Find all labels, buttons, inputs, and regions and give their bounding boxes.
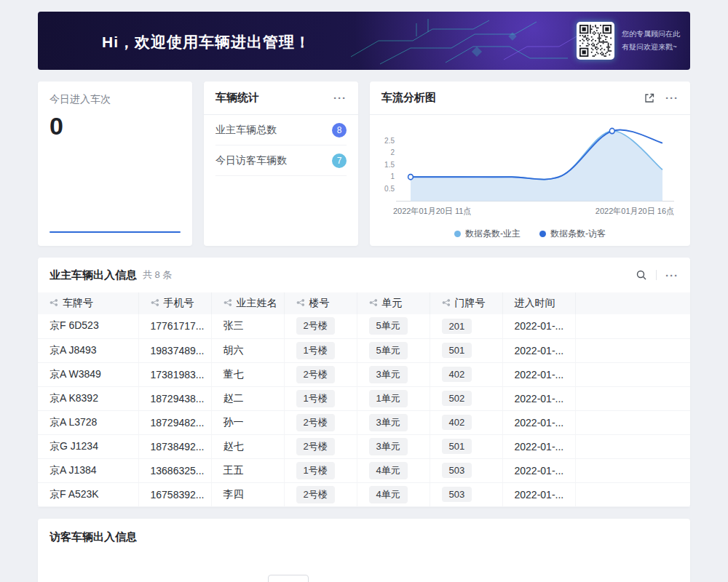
stat-row: 今日访客车辆数7: [215, 146, 347, 176]
svg-text:2022年01月20日 11点: 2022年01月20日 11点: [393, 207, 471, 215]
svg-text:0.5: 0.5: [384, 185, 395, 193]
stat-row-label: 今日访客车辆数: [215, 154, 287, 167]
search-icon[interactable]: [636, 269, 647, 281]
table-row: 京F 6D52317761717...张三2号楼5单元2012022-01-..…: [38, 314, 690, 338]
svg-text:2.5: 2.5: [384, 136, 395, 144]
cell-time: 2022-01-...: [502, 434, 575, 458]
cell-door: 503: [430, 482, 502, 506]
column-header[interactable]: 楼号: [284, 292, 357, 314]
cell-filler: [575, 338, 690, 362]
tag: 503: [442, 487, 472, 502]
tag: 5单元: [369, 342, 408, 359]
cell-plate: 京A J1384: [38, 458, 138, 482]
more-icon[interactable]: ···: [665, 270, 678, 281]
tag: 2号楼: [296, 317, 335, 335]
cell-building: 2号楼: [284, 410, 357, 434]
traffic-chart-plot: 0.511.522.52022年01月20日 11点2022年01月20日 16…: [370, 115, 690, 221]
tag: 1号楼: [296, 390, 335, 407]
cell-building: 2号楼: [284, 482, 357, 506]
cell-phone: 19837489...: [138, 338, 211, 362]
legend-item[interactable]: 数据条数-业主: [454, 228, 521, 240]
table-row: 京A K839218729438...赵二1号楼1单元5022022-01-..…: [38, 386, 690, 410]
legend-item[interactable]: 数据条数-访客: [539, 228, 606, 240]
owner-table-title: 业主车辆出入信息: [50, 268, 137, 282]
column-header[interactable]: 门牌号: [430, 292, 502, 314]
table-row: 京F A523K16758392...李四2号楼4单元5032022-01-..…: [38, 482, 690, 506]
cell-door: 503: [430, 458, 502, 482]
tag: 2号楼: [296, 438, 335, 455]
column-header[interactable]: 进入时间: [502, 292, 575, 314]
table-row: 京A W384917381983...董七2号楼3单元4022022-01-..…: [38, 362, 690, 386]
tag: 503: [442, 463, 472, 478]
qr-code: [577, 22, 614, 60]
cell-building: 1号楼: [284, 338, 357, 362]
tag: 5单元: [369, 317, 408, 335]
table-row: 京G J123418738492...赵七2号楼3单元5012022-01-..…: [38, 434, 690, 458]
visitor-table-card: 访客车辆出入信息 截屏: [38, 519, 690, 582]
cell-unit: 3单元: [357, 410, 430, 434]
tag: 1单元: [369, 390, 408, 407]
more-icon[interactable]: ···: [665, 92, 678, 103]
cell-phone: 18729482...: [138, 410, 211, 434]
cell-filler: [575, 458, 690, 482]
cell-filler: [575, 314, 690, 338]
cell-unit: 1单元: [357, 386, 430, 410]
svg-text:1: 1: [390, 172, 395, 180]
screenshot-button[interactable]: 截屏: [268, 575, 309, 582]
count-badge: 7: [332, 154, 347, 168]
owner-table-header: 业主车辆出入信息 共 8 条 ···: [38, 258, 690, 292]
banner-consultant-block: 您的专属顾问在此 有疑问欢迎来戳~: [577, 22, 680, 60]
cell-phone: 13686325...: [138, 458, 211, 482]
cell-name: 张三: [211, 314, 284, 338]
cell-name: 赵七: [211, 434, 284, 458]
vehicle-stats-rows: 业主车辆总数8今日访客车辆数7: [204, 115, 358, 176]
cell-building: 2号楼: [284, 362, 357, 386]
qr-caption-line1: 您的专属顾问在此: [622, 28, 680, 41]
owner-table-card: 业主车辆出入信息 共 8 条 ··· 车牌号手机号业主姓名楼号单元门牌号进入时间…: [38, 258, 690, 507]
traffic-chart-card: 车流分析图 ··· 0.511.522.52022年01月20日 11点2022…: [370, 81, 690, 246]
field-type-icon: [296, 298, 305, 307]
cell-plate: 京A K8392: [38, 386, 138, 410]
cell-name: 王五: [211, 458, 284, 482]
column-label: 门牌号: [455, 297, 486, 308]
cell-plate: 京A W3849: [38, 362, 138, 386]
cell-plate: 京G J1234: [38, 434, 138, 458]
traffic-chart-title: 车流分析图: [381, 91, 436, 105]
cell-time: 2022-01-...: [502, 314, 575, 338]
cell-filler: [575, 482, 690, 506]
table-row: 京A L372818729482...孙一2号楼3单元4022022-01-..…: [38, 410, 690, 434]
owner-table-actions: ···: [636, 269, 678, 281]
tag: 201: [442, 319, 472, 334]
cell-phone: 17761717...: [138, 314, 211, 338]
vehicle-stats-header: 车辆统计 ···: [204, 81, 358, 115]
more-icon[interactable]: ···: [333, 92, 347, 103]
tag: 501: [442, 439, 472, 454]
cell-time: 2022-01-...: [502, 482, 575, 506]
stat-row-label: 业主车辆总数: [215, 124, 277, 137]
column-label: 楼号: [309, 297, 330, 308]
export-icon[interactable]: [644, 92, 655, 104]
cell-unit: 4单元: [357, 482, 430, 506]
cell-filler: [575, 410, 690, 434]
column-label: 手机号: [164, 297, 194, 308]
field-type-icon: [223, 298, 232, 307]
cell-unit: 3单元: [357, 434, 430, 458]
column-header[interactable]: 单元: [357, 292, 430, 314]
cell-phone: 17381983...: [138, 362, 211, 386]
column-header[interactable]: 业主姓名: [211, 292, 284, 314]
column-header[interactable]: 手机号: [138, 292, 211, 314]
legend-dot: [454, 231, 461, 237]
cell-plate: 京A J8493: [38, 338, 138, 362]
column-filler: [575, 292, 690, 314]
cell-name: 孙一: [211, 410, 284, 434]
field-type-icon: [50, 298, 58, 307]
column-header[interactable]: 车牌号: [38, 292, 138, 314]
welcome-banner: Hi，欢迎使用车辆进出管理！ 您的专属顾问在此 有疑问欢迎来戳~: [38, 12, 690, 70]
cell-filler: [575, 386, 690, 410]
cell-door: 502: [430, 386, 502, 410]
cell-filler: [575, 362, 690, 386]
owner-table: 车牌号手机号业主姓名楼号单元门牌号进入时间 京F 6D52317761717..…: [38, 292, 690, 507]
column-label: 车牌号: [63, 297, 93, 308]
tag: 1号楼: [296, 342, 335, 359]
cell-phone: 16758392...: [138, 482, 211, 506]
